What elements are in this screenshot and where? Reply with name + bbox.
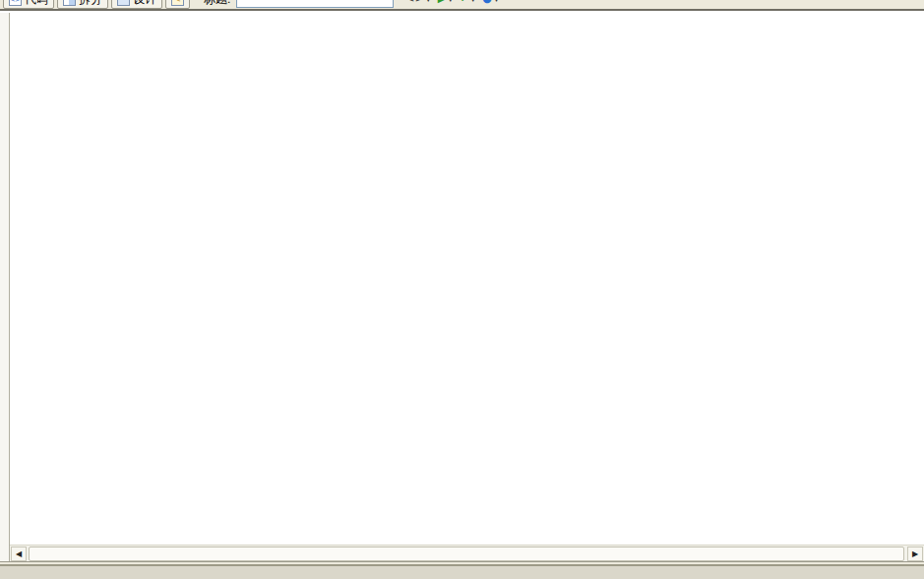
split-view-icon <box>63 0 76 6</box>
document-toolbar: <> 代码 拆分 设计 ✎ 标题: <>▼▶▼✓▼●▼ <box>0 0 924 11</box>
code-view-icon: <> <box>9 0 22 6</box>
preview-play-icon: ▶ <box>438 0 446 6</box>
scroll-right-arrow-icon[interactable]: ▶ <box>907 547 923 561</box>
live-view-button[interactable]: ✎ <box>165 0 190 9</box>
scroll-left-arrow-icon[interactable]: ◀ <box>11 547 27 561</box>
code-view-label: 代码 <box>25 0 48 8</box>
horizontal-scrollbar[interactable]: ◀ ▶ <box>10 545 924 561</box>
validate-check-button[interactable]: ✓▼ <box>458 0 478 7</box>
code-view-button[interactable]: <> 代码 <box>3 0 54 9</box>
code-editor[interactable] <box>10 13 924 545</box>
code-navigator-button[interactable]: <>▼ <box>403 0 433 7</box>
chevron-down-icon: ▼ <box>425 0 432 3</box>
scrollbar-thumb[interactable] <box>29 547 904 561</box>
preview-play-button[interactable]: ▶▼ <box>436 0 456 7</box>
split-view-label: 拆分 <box>79 0 102 8</box>
design-view-label: 设计 <box>133 0 156 8</box>
title-label: 标题: <box>204 0 230 8</box>
property-panel-area <box>0 566 924 579</box>
live-view-icon: ✎ <box>171 0 184 6</box>
design-view-button[interactable]: 设计 <box>111 0 162 9</box>
split-view-button[interactable]: 拆分 <box>57 0 108 9</box>
chevron-down-icon: ▼ <box>469 0 476 3</box>
coding-toolbar-strip <box>0 13 10 561</box>
chevron-down-icon: ▼ <box>447 0 454 3</box>
validate-check-icon: ✓ <box>460 0 468 6</box>
code-navigator-icon: <> <box>405 0 423 6</box>
design-view-icon <box>117 0 130 6</box>
browser-globe-icon: ● <box>482 0 492 6</box>
chevron-down-icon: ▼ <box>493 0 500 3</box>
browser-globe-button[interactable]: ●▼ <box>480 0 502 7</box>
title-input[interactable] <box>236 0 394 8</box>
